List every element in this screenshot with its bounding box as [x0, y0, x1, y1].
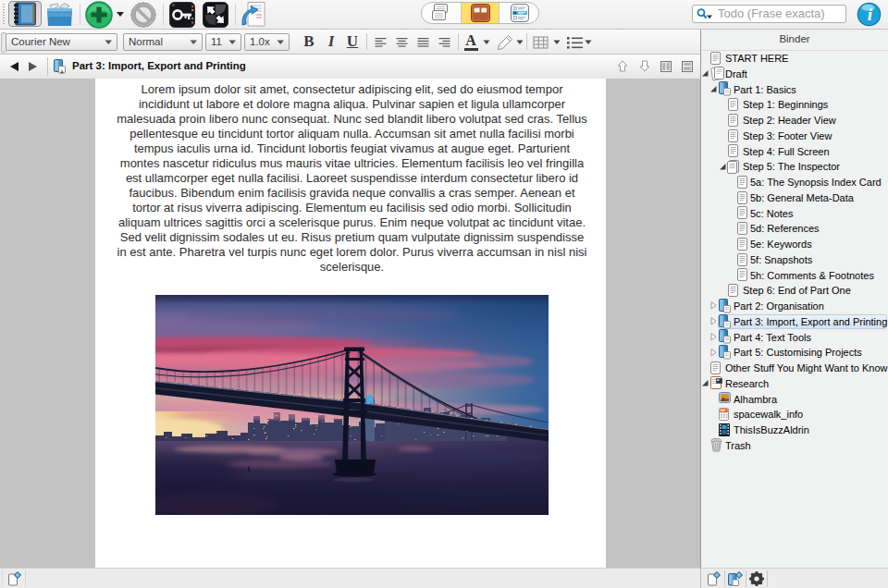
svg-text:i: i — [868, 5, 873, 24]
